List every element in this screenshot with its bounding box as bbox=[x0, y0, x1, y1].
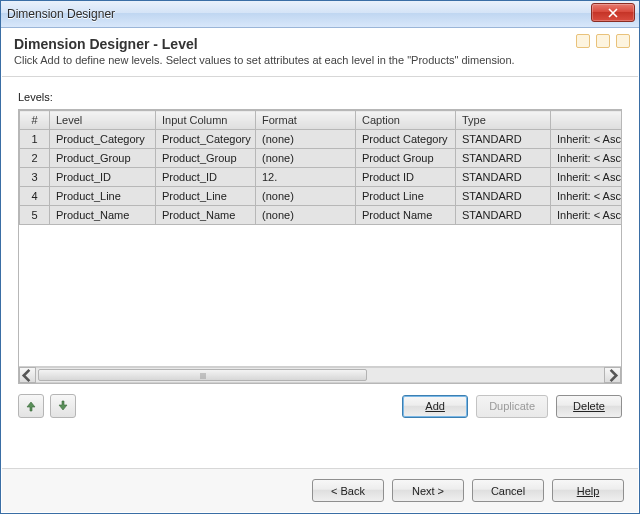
cell-extra[interactable]: Inherit: < Asc bbox=[551, 206, 623, 225]
delete-button[interactable]: Delete bbox=[556, 395, 622, 418]
col-caption[interactable]: Caption bbox=[356, 111, 456, 130]
cell-num[interactable]: 5 bbox=[20, 206, 50, 225]
help-button[interactable]: Help bbox=[552, 479, 624, 502]
arrow-up-icon bbox=[25, 400, 37, 412]
cell-input[interactable]: Product_Line bbox=[156, 187, 256, 206]
client-area: Dimension Designer - Level Click Add to … bbox=[2, 28, 638, 512]
close-icon bbox=[608, 8, 618, 18]
cell-num[interactable]: 4 bbox=[20, 187, 50, 206]
cell-level[interactable]: Product_Line bbox=[50, 187, 156, 206]
table-row[interactable]: 5 Product_Name Product_Name (none) Produ… bbox=[20, 206, 623, 225]
table-body: 1 Product_Category Product_Category (non… bbox=[20, 130, 623, 225]
cell-level[interactable]: Product_ID bbox=[50, 168, 156, 187]
cell-caption[interactable]: Product Category bbox=[356, 130, 456, 149]
chevron-left-icon bbox=[20, 368, 35, 383]
horizontal-scrollbar[interactable] bbox=[19, 366, 621, 383]
cell-level[interactable]: Product_Category bbox=[50, 130, 156, 149]
window-title: Dimension Designer bbox=[7, 7, 115, 21]
cell-format[interactable]: 12. bbox=[256, 168, 356, 187]
arrow-down-icon bbox=[57, 400, 69, 412]
scroll-right-button[interactable] bbox=[604, 367, 621, 383]
cell-input[interactable]: Product_Category bbox=[156, 130, 256, 149]
cell-format[interactable]: (none) bbox=[256, 149, 356, 168]
cell-type[interactable]: STANDARD bbox=[456, 130, 551, 149]
header-decorations bbox=[576, 34, 630, 48]
header-glyph bbox=[576, 34, 590, 48]
cell-type[interactable]: STANDARD bbox=[456, 168, 551, 187]
body: Levels: # Level Input Column Format Capt… bbox=[2, 77, 638, 428]
titlebar[interactable]: Dimension Designer bbox=[1, 1, 639, 28]
move-up-button[interactable] bbox=[18, 394, 44, 418]
table-header-row: # Level Input Column Format Caption Type bbox=[20, 111, 623, 130]
cell-extra[interactable]: Inherit: < Asc bbox=[551, 130, 623, 149]
cell-format[interactable]: (none) bbox=[256, 206, 356, 225]
page-title: Dimension Designer - Level bbox=[14, 36, 626, 52]
col-number[interactable]: # bbox=[20, 111, 50, 130]
header-glyph bbox=[596, 34, 610, 48]
cell-type[interactable]: STANDARD bbox=[456, 187, 551, 206]
cell-num[interactable]: 2 bbox=[20, 149, 50, 168]
move-down-button[interactable] bbox=[50, 394, 76, 418]
cell-type[interactable]: STANDARD bbox=[456, 149, 551, 168]
cell-caption[interactable]: Product Line bbox=[356, 187, 456, 206]
cell-format[interactable]: (none) bbox=[256, 187, 356, 206]
header-glyph bbox=[616, 34, 630, 48]
col-extra[interactable] bbox=[551, 111, 623, 130]
table-row[interactable]: 1 Product_Category Product_Category (non… bbox=[20, 130, 623, 149]
scroll-thumb[interactable] bbox=[38, 369, 367, 381]
cell-type[interactable]: STANDARD bbox=[456, 206, 551, 225]
cell-level[interactable]: Product_Name bbox=[50, 206, 156, 225]
table-row[interactable]: 4 Product_Line Product_Line (none) Produ… bbox=[20, 187, 623, 206]
cell-input[interactable]: Product_Name bbox=[156, 206, 256, 225]
table-row[interactable]: 3 Product_ID Product_ID 12. Product ID S… bbox=[20, 168, 623, 187]
levels-label: Levels: bbox=[18, 91, 622, 103]
cell-format[interactable]: (none) bbox=[256, 130, 356, 149]
page-subtitle: Click Add to define new levels. Select v… bbox=[14, 54, 626, 66]
cell-extra[interactable]: Inherit: < Asc bbox=[551, 168, 623, 187]
scroll-track[interactable] bbox=[36, 367, 604, 383]
col-input[interactable]: Input Column bbox=[156, 111, 256, 130]
wizard-footer: < Back Next > Cancel Help bbox=[2, 468, 638, 512]
col-type[interactable]: Type bbox=[456, 111, 551, 130]
next-button[interactable]: Next > bbox=[392, 479, 464, 502]
add-button[interactable]: Add bbox=[402, 395, 468, 418]
levels-table[interactable]: # Level Input Column Format Caption Type… bbox=[19, 110, 622, 225]
col-level[interactable]: Level bbox=[50, 111, 156, 130]
cell-caption[interactable]: Product Name bbox=[356, 206, 456, 225]
cell-extra[interactable]: Inherit: < Asc bbox=[551, 149, 623, 168]
col-format[interactable]: Format bbox=[256, 111, 356, 130]
cell-caption[interactable]: Product ID bbox=[356, 168, 456, 187]
levels-grid[interactable]: # Level Input Column Format Caption Type… bbox=[18, 109, 622, 384]
cancel-button[interactable]: Cancel bbox=[472, 479, 544, 502]
cell-input[interactable]: Product_ID bbox=[156, 168, 256, 187]
table-row[interactable]: 2 Product_Group Product_Group (none) Pro… bbox=[20, 149, 623, 168]
cell-caption[interactable]: Product Group bbox=[356, 149, 456, 168]
back-button[interactable]: < Back bbox=[312, 479, 384, 502]
duplicate-button[interactable]: Duplicate bbox=[476, 395, 548, 418]
row-actions: Add Duplicate Delete bbox=[18, 394, 622, 418]
cell-level[interactable]: Product_Group bbox=[50, 149, 156, 168]
scroll-left-button[interactable] bbox=[19, 367, 36, 383]
cell-extra[interactable]: Inherit: < Asc bbox=[551, 187, 623, 206]
window-close-button[interactable] bbox=[591, 3, 635, 22]
cell-num[interactable]: 3 bbox=[20, 168, 50, 187]
cell-input[interactable]: Product_Group bbox=[156, 149, 256, 168]
chevron-right-icon bbox=[605, 368, 620, 383]
cell-num[interactable]: 1 bbox=[20, 130, 50, 149]
dimension-designer-window: Dimension Designer Dimension Designer - … bbox=[0, 0, 640, 514]
page-header: Dimension Designer - Level Click Add to … bbox=[2, 28, 638, 77]
